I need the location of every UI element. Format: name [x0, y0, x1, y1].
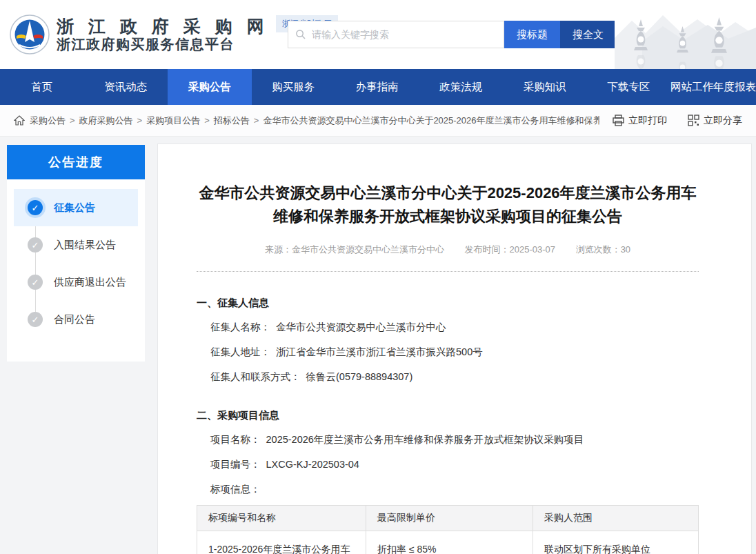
- info-value: 浙江省金华市兰溪市浙江省兰溪市振兴路500号: [276, 346, 483, 357]
- site-name-block: 浙 江 政 府 采 购 网 浙江政府购买服务信息平台: [57, 17, 269, 53]
- site-logo[interactable]: 浙 江 政 府 采 购 网 浙江政府购买服务信息平台: [10, 14, 269, 55]
- search-input[interactable]: [288, 21, 504, 48]
- page-actions: 立即打印 立即分享: [613, 115, 742, 127]
- info-row-collector-address: 征集人地址：浙江省金华市兰溪市浙江省兰溪市振兴路500号: [197, 345, 699, 359]
- info-label: 标项信息：: [210, 484, 261, 495]
- info-row-collector-contact: 征集人和联系方式：徐鲁云(0579-88894307): [197, 370, 699, 384]
- step-label: 入围结果公告: [54, 239, 116, 252]
- sidebar-title: 公告进度: [7, 145, 145, 179]
- check-circle-icon: ✓: [28, 275, 43, 290]
- sidebar-notice-progress: 公告进度 ✓ 征集公告 ✓ 入围结果公告 ✓ 供应商退出公告 ✓ 合同公: [7, 145, 145, 362]
- nav-item-downloads[interactable]: 下载专区: [587, 69, 671, 105]
- meta-views-label: 浏览次数：: [576, 244, 621, 255]
- info-row-lot-info: 标项信息：: [197, 482, 699, 497]
- nav-item-knowledge[interactable]: 采购知识: [503, 69, 587, 105]
- step-supplier-exit-notice[interactable]: ✓ 供应商退出公告: [14, 264, 138, 301]
- meta-source-label: 来源：: [265, 244, 292, 255]
- meta-views-value: 30: [621, 244, 630, 255]
- info-label: 项目名称：: [210, 434, 261, 445]
- nav-item-guide[interactable]: 办事指南: [335, 69, 419, 105]
- breadcrumb-item-procurement[interactable]: 采购公告: [30, 115, 66, 127]
- article-meta: 来源：金华市公共资源交易中心兰溪市分中心 发布时间：2025-03-07 浏览次…: [197, 244, 699, 256]
- info-row-project-name: 项目名称：2025-2026年度兰溪市公务用车维修和保养服务开放式框架协议采购项…: [197, 433, 699, 447]
- step-collection-notice[interactable]: ✓ 征集公告: [14, 189, 138, 226]
- info-label: 项目编号：: [210, 459, 261, 470]
- share-button[interactable]: 立即分享: [688, 115, 742, 127]
- breadcrumb-item-gov-procurement[interactable]: 政府采购公告: [79, 115, 133, 127]
- breadcrumb-separator: >: [254, 115, 259, 126]
- nav-item-news[interactable]: 资讯动态: [84, 69, 168, 105]
- section-heading-project-info: 二、采购项目信息: [197, 409, 699, 422]
- meta-time-label: 发布时间：: [465, 244, 510, 255]
- search-area: 搜标题 搜全文: [288, 21, 616, 48]
- check-circle-icon: ✓: [28, 312, 43, 327]
- search-fulltext-button[interactable]: 搜全文: [560, 21, 616, 48]
- breadcrumb-separator: >: [204, 115, 210, 126]
- check-circle-icon: ✓: [28, 237, 43, 253]
- site-subtitle: 浙江政府购买服务信息平台: [57, 36, 269, 52]
- content-area: 公告进度 ✓ 征集公告 ✓ 入围结果公告 ✓ 供应商退出公告 ✓ 合同公: [0, 137, 756, 554]
- nav-item-policies[interactable]: 政策法规: [419, 69, 504, 105]
- table-cell-max-price: 折扣率 ≤ 85%: [366, 531, 533, 554]
- article-panel: 金华市公共资源交易中心兰溪市分中心关于2025-2026年度兰溪市公务用车维修和…: [157, 144, 752, 554]
- article-title: 金华市公共资源交易中心兰溪市分中心关于2025-2026年度兰溪市公务用车维修和…: [197, 181, 699, 228]
- search-box: [288, 21, 504, 48]
- qr-code-icon: [688, 115, 699, 126]
- share-button-label: 立即分享: [704, 115, 742, 127]
- meta-views: 浏览次数：30: [576, 244, 630, 255]
- meta-source-value: 金华市公共资源交易中心兰溪市分中心: [292, 244, 444, 255]
- header-decoration-pagodas: [615, 0, 756, 69]
- step-label: 征集公告: [54, 201, 95, 215]
- meta-source: 来源：金华市公共资源交易中心兰溪市分中心: [265, 244, 444, 255]
- table-header-row: 标项编号和名称 最高限制单价 采购人范围: [197, 506, 699, 531]
- nav-item-purchase-services[interactable]: 购买服务: [252, 69, 336, 105]
- table-header-purchaser-scope: 采购人范围: [533, 506, 699, 531]
- search-title-button[interactable]: 搜标题: [504, 21, 560, 48]
- breadcrumb-current-page: 金华市公共资源交易中心兰溪市分中心关于2025-2026年度兰溪市公务用车维修和…: [263, 115, 599, 127]
- title-divider: [197, 271, 699, 272]
- breadcrumb-item-tender-notices[interactable]: 招标公告: [214, 115, 250, 127]
- info-value: 2025-2026年度兰溪市公务用车维修和保养服务开放式框架协议采购项目: [266, 434, 584, 445]
- site-title: 浙 江 政 府 采 购 网: [57, 17, 269, 37]
- breadcrumb-separator: >: [70, 115, 75, 126]
- info-row-project-number: 项目编号：LXCG-KJ-202503-04: [197, 457, 699, 472]
- search-icon: [295, 29, 306, 39]
- breadcrumb-separator: >: [137, 115, 143, 126]
- info-label: 征集人名称：: [210, 321, 270, 333]
- nav-item-annual-report[interactable]: 网站工作年度报表: [670, 69, 756, 105]
- home-icon[interactable]: [14, 115, 25, 126]
- table-cell-purchaser-scope: 联动区划下所有采购单位: [533, 531, 699, 554]
- top-header: 浙 江 政 府 采 购 网 浙江政府购买服务信息平台 浙江省财政厅 搜标题 搜全…: [0, 0, 756, 69]
- meta-time-value: 2025-03-07: [510, 244, 556, 255]
- lot-info-table: 标项编号和名称 最高限制单价 采购人范围 1-2025-2026年度兰溪市公务用…: [197, 505, 699, 554]
- info-value: 徐鲁云(0579-88894307): [306, 371, 413, 382]
- section-heading-collector-info: 一、征集人信息: [197, 297, 699, 310]
- meta-publish-time: 发布时间：2025-03-07: [465, 244, 556, 255]
- print-button[interactable]: 立即打印: [613, 115, 667, 127]
- info-row-collector-name: 征集人名称：金华市公共资源交易中心兰溪市分中心: [197, 320, 699, 335]
- step-shortlist-result-notice[interactable]: ✓ 入围结果公告: [14, 226, 138, 264]
- print-button-label: 立即打印: [628, 115, 667, 127]
- check-circle-icon: ✓: [28, 200, 43, 215]
- step-contract-notice[interactable]: ✓ 合同公告: [14, 301, 138, 338]
- table-header-max-price: 最高限制单价: [366, 506, 533, 531]
- step-label: 合同公告: [54, 313, 95, 326]
- step-label: 供应商退出公告: [54, 276, 126, 289]
- site-logo-icon: [10, 14, 50, 55]
- main-nav: 首页 资讯动态 采购公告 购买服务 办事指南 政策法规 采购知识 下载专区 网站…: [0, 69, 756, 105]
- nav-item-procurement-notices[interactable]: 采购公告: [168, 69, 252, 105]
- breadcrumb-item-project-notices[interactable]: 采购项目公告: [146, 115, 200, 127]
- info-value: LXCG-KJ-202503-04: [266, 459, 359, 470]
- info-label: 征集人地址：: [210, 346, 270, 357]
- printer-icon: [613, 115, 624, 126]
- table-cell-lot-number-name: 1-2025-2026年度兰溪市公务用车维修和保养服务开放式框架协议采购项目: [197, 531, 366, 554]
- nav-item-home[interactable]: 首页: [0, 69, 84, 105]
- table-header-lot-number-name: 标项编号和名称: [197, 506, 366, 531]
- table-row: 1-2025-2026年度兰溪市公务用车维修和保养服务开放式框架协议采购项目 折…: [197, 531, 699, 554]
- breadcrumb: 采购公告 > 政府采购公告 > 采购项目公告 > 招标公告 > 金华市公共资源交…: [0, 105, 756, 137]
- info-label: 征集人和联系方式：: [210, 371, 301, 382]
- sidebar-steps: ✓ 征集公告 ✓ 入围结果公告 ✓ 供应商退出公告 ✓ 合同公告: [7, 179, 145, 362]
- info-value: 金华市公共资源交易中心兰溪市分中心: [276, 321, 446, 333]
